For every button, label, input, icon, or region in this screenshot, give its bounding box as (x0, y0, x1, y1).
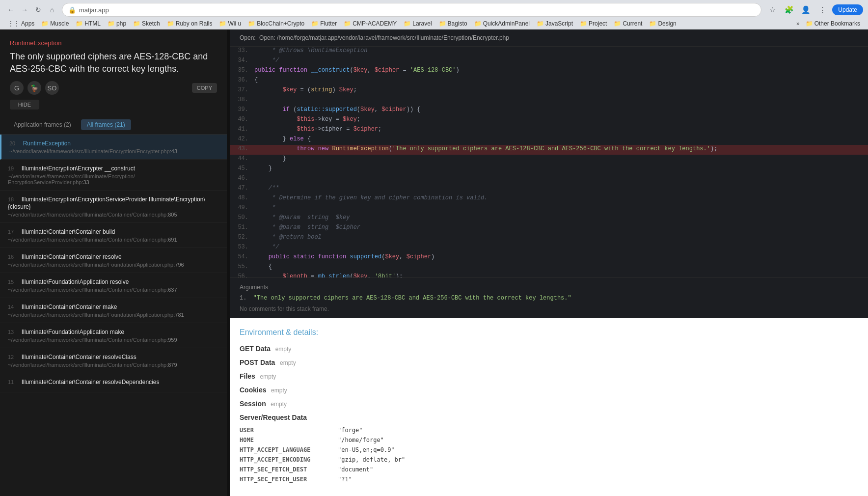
forward-button[interactable]: → (19, 4, 30, 16)
bookmark-html[interactable]: 📁 HTML (73, 19, 104, 28)
code-line-56: 56. $length = mb_strlen($key, '8bit'); (230, 273, 868, 277)
stack-frame-18[interactable]: 18 Illuminate\Encryption\EncryptionServi… (0, 191, 227, 223)
folder-icon: 📁 (537, 20, 544, 27)
address-bar[interactable]: 🔒 matjar.app (62, 3, 761, 17)
bookmark-javascript[interactable]: 📁 JavaScript (534, 19, 576, 28)
bookmark-laravel[interactable]: 📁 Laravel (401, 19, 434, 28)
bookmark-php[interactable]: 📁 php (105, 19, 129, 28)
server-row-accept-language: HTTP_ACCEPT_LANGUAGE "en-US,en;q=0.9" (240, 445, 858, 455)
bookmark-project[interactable]: 📁 Project (577, 19, 610, 28)
bookmark-sketch[interactable]: 📁 Sketch (130, 19, 163, 28)
update-button[interactable]: Update (832, 4, 863, 15)
folder-icon: 📁 (133, 20, 140, 27)
files-row: Files empty (240, 372, 858, 380)
bookmark-design[interactable]: 📁 Design (646, 19, 679, 28)
left-panel: RuntimeException The only supported ciph… (0, 29, 227, 496)
env-section-title: Environment & details: (240, 328, 858, 337)
cookies-row: Cookies empty (240, 386, 858, 394)
server-row-sec-fetch-user: HTTP_SEC_FETCH_USER "?1" (240, 474, 858, 484)
exception-type-label: RuntimeException (10, 39, 217, 47)
arguments-section: Arguments 1. "The only supported ciphers… (230, 277, 868, 318)
right-panel: Open: Open: /home/forge/matjar.app/vendo… (230, 29, 868, 496)
extensions-button[interactable]: 🧩 (782, 3, 796, 17)
bookmark-star-button[interactable]: ☆ (765, 3, 779, 17)
stack-frame-14[interactable]: 14 Illuminate\Container\Container make ~… (0, 298, 227, 323)
search-icons-row: G 🦆 SO COPY (10, 81, 217, 95)
file-path-text: Open: /home/forge/matjar.app/vendor/lara… (259, 34, 509, 41)
code-line-47: 47. /** (230, 184, 868, 194)
more-bookmarks-button[interactable]: » (794, 19, 802, 28)
stack-frame-19[interactable]: 19 Illuminate\Encryption\Encrypter __con… (0, 160, 227, 191)
stack-frame-13[interactable]: 13 Illuminate\Foundation\Application mak… (0, 323, 227, 348)
code-line-35: 35. public function __construct($key, $c… (230, 66, 868, 76)
profile-button[interactable]: 👤 (799, 3, 813, 17)
folder-icon: 📁 (41, 20, 49, 27)
stack-frame-20[interactable]: 20 RuntimeException ~/vendor/laravel/fra… (0, 135, 227, 160)
copy-button[interactable]: COPY (192, 83, 217, 93)
bookmark-muscle[interactable]: 📁 Muscle (38, 19, 72, 28)
duckduckgo-search-button[interactable]: 🦆 (27, 81, 41, 95)
hide-button[interactable]: HIDE (10, 100, 39, 110)
server-row-home: HOME "/home/forge" (240, 435, 858, 445)
no-comments-text: No comments for this stack frame. (240, 305, 858, 312)
code-line-45: 45. } (230, 165, 868, 174)
bookmark-bagisto[interactable]: 📁 Bagisto (436, 19, 470, 28)
stack-frame-15[interactable]: 15 Illuminate\Foundation\Application res… (0, 273, 227, 298)
folder-icon: 📁 (219, 20, 226, 27)
google-search-button[interactable]: G (10, 81, 24, 95)
error-message-text: The only supported ciphers are AES-128-C… (10, 51, 217, 75)
bookmark-quickadmin[interactable]: 📁 QuickAdminPanel (471, 19, 533, 28)
nav-buttons: ← → ↻ ⌂ (5, 4, 58, 16)
code-line-41: 41. $this->cipher = $cipher; (230, 125, 868, 135)
server-data-section: Server/Request Data USER "forge" HOME "/… (240, 413, 858, 484)
code-viewer: Open: Open: /home/forge/matjar.app/vendo… (230, 29, 868, 277)
home-button[interactable]: ⌂ (46, 4, 58, 16)
code-line-55: 55. { (230, 263, 868, 273)
folder-icon: 📁 (311, 20, 319, 27)
bookmark-flutter[interactable]: 📁 Flutter (308, 19, 340, 28)
all-frames-tab[interactable]: All frames (21) (81, 119, 131, 130)
argument-item-1: 1. "The only supported ciphers are AES-1… (240, 295, 858, 302)
apps-icon: ⋮⋮ (8, 20, 20, 27)
browser-chrome: ← → ↻ ⌂ 🔒 matjar.app ☆ 🧩 👤 ⋮ Update ⋮⋮ A… (0, 0, 868, 29)
code-line-34: 34. */ (230, 56, 868, 66)
folder-icon: 📁 (439, 20, 446, 27)
folder-icon: 📁 (614, 20, 621, 27)
code-line-38: 38. (230, 96, 868, 106)
stack-frame-16[interactable]: 16 Illuminate\Container\Container resolv… (0, 248, 227, 273)
reload-button[interactable]: ↻ (32, 4, 44, 16)
application-frames-tab[interactable]: Application frames (2) (8, 119, 77, 130)
get-data-row: GET Data empty (240, 345, 858, 353)
lock-icon: 🔒 (68, 6, 76, 14)
bookmark-other[interactable]: 📁 Other Bookmarks (803, 19, 863, 28)
code-area[interactable]: 33. * @throws \RuntimeException 34. */ 3… (230, 47, 868, 277)
code-line-50: 50. * @param string $key (230, 214, 868, 223)
code-line-36: 36. { (230, 76, 868, 86)
arguments-title: Arguments (240, 284, 858, 291)
bookmark-current[interactable]: 📁 Current (611, 19, 645, 28)
stackoverflow-search-button[interactable]: SO (45, 81, 59, 95)
stack-frame-11[interactable]: 11 Illuminate\Container\Container resolv… (0, 373, 227, 392)
folder-icon: 📁 (474, 20, 482, 27)
code-line-44: 44. } (230, 155, 868, 165)
menu-button[interactable]: ⋮ (815, 3, 829, 17)
server-row-sec-fetch-dest: HTTP_SEC_FETCH_DEST "document" (240, 465, 858, 474)
bookmark-cmp-academy[interactable]: 📁 CMP-ACADEMY (341, 19, 400, 28)
bookmark-apps[interactable]: ⋮⋮ Apps (5, 19, 37, 28)
bookmark-wii-u[interactable]: 📁 Wii u (216, 19, 244, 28)
code-line-52: 52. * @return bool (230, 233, 868, 243)
stack-frame-17[interactable]: 17 Illuminate\Container\Container build … (0, 223, 227, 248)
bookmarks-bar: ⋮⋮ Apps 📁 Muscle 📁 HTML 📁 php 📁 Sketch 📁… (0, 18, 868, 29)
code-line-33: 33. * @throws \RuntimeException (230, 47, 868, 56)
folder-icon: 📁 (108, 20, 115, 27)
file-path-label: Open: Open: /home/forge/matjar.app/vendo… (230, 29, 868, 47)
code-line-43-error: 43. throw new RuntimeException('The only… (230, 145, 868, 155)
folder-icon: 📁 (76, 20, 83, 27)
back-button[interactable]: ← (5, 4, 17, 16)
stack-frame-12[interactable]: 12 Illuminate\Container\Container resolv… (0, 348, 227, 373)
bookmark-blockchain[interactable]: 📁 BlocChain+Crypto (245, 19, 307, 28)
code-line-54: 54. public static function supported($ke… (230, 253, 868, 263)
environment-section: Environment & details: GET Data empty PO… (230, 318, 868, 496)
bookmark-ruby-on-rails[interactable]: 📁 Ruby on Rails (164, 19, 216, 28)
browser-actions: ☆ 🧩 👤 ⋮ Update (765, 3, 863, 17)
